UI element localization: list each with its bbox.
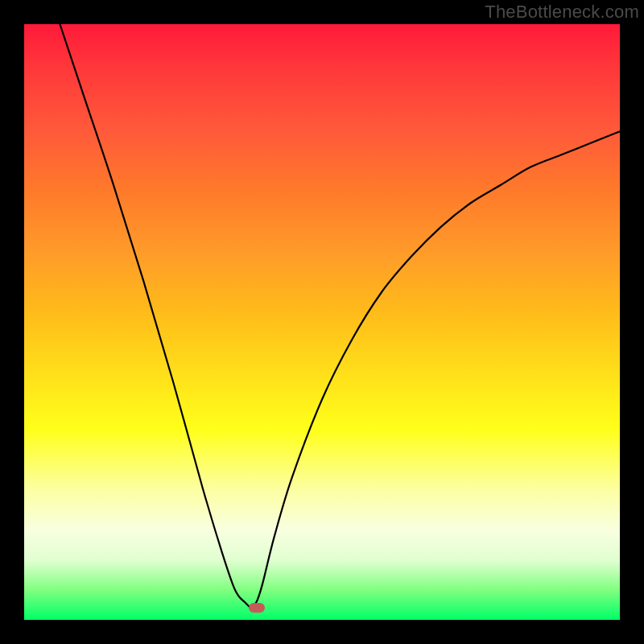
watermark-text: TheBottleneck.com <box>485 2 639 23</box>
curve-svg <box>24 24 620 620</box>
chart-frame: TheBottleneck.com <box>0 0 644 644</box>
minimum-marker <box>249 603 265 613</box>
curve-right-branch <box>250 131 620 608</box>
plot-area <box>24 24 620 620</box>
curve-left-branch <box>60 24 250 608</box>
